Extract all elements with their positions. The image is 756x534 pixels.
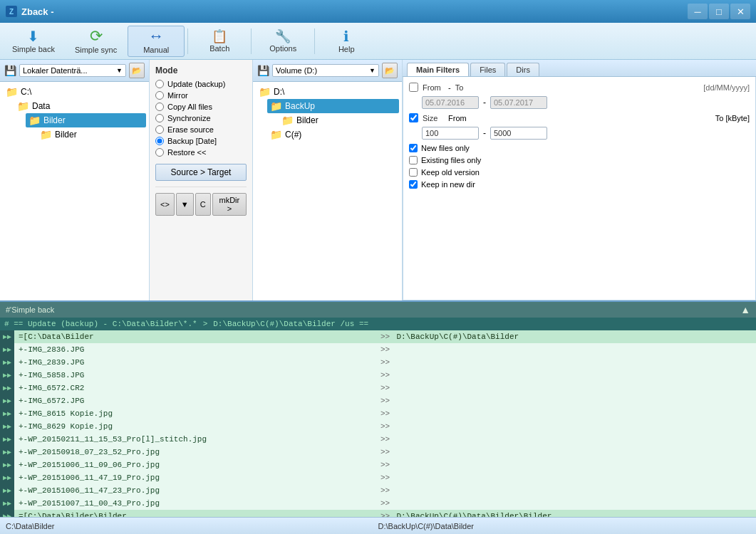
log-cell: # == Update (backup) - C:\Data\Bilder\*.… xyxy=(4,320,197,328)
c-button[interactable]: C xyxy=(195,193,211,216)
existing-files-only-input[interactable] xyxy=(409,156,418,164)
maximize-button[interactable]: □ xyxy=(709,4,729,19)
mode-mirror-label: Mirror xyxy=(167,91,188,100)
tree-item-c[interactable]: 📁 C:\ xyxy=(3,85,146,99)
log-cell-left: +-WP_20150211_11_15_53_Pro[l]_stitch.jpg xyxy=(14,435,378,444)
tree-label: Bilder xyxy=(43,115,66,125)
tree-item-bilder[interactable]: 📁 Bilder xyxy=(26,113,146,127)
simple-back-icon: ⬇ xyxy=(27,29,39,43)
mode-backup-date[interactable]: Backup [Date] xyxy=(155,137,247,145)
log-arrow-indicator: ▶▶ xyxy=(0,497,14,510)
source-drive-select[interactable]: Lokaler Datenträ... ▼ xyxy=(19,64,126,77)
log-cell-sep: >> xyxy=(378,448,393,456)
log-cell-sep: >> xyxy=(378,371,393,379)
status-left: C:\Data\Bilder xyxy=(6,522,378,530)
log-cell-left: +-IMG_8629 Kopie.jpg xyxy=(14,422,378,431)
manual-label: Manual xyxy=(143,46,169,54)
log-header: #'Simple back ▲ xyxy=(0,302,756,318)
mode-copy-all[interactable]: Copy All files xyxy=(155,103,247,111)
new-files-only-checkbox[interactable]: New files only xyxy=(409,144,750,152)
manual-button[interactable]: ↔ Manual xyxy=(128,26,185,57)
minimize-button[interactable]: ─ xyxy=(688,4,708,19)
from-to-row: From - To [dd/MM/yyyy] xyxy=(409,83,750,92)
source-browse-icon: 📂 xyxy=(132,66,142,75)
status-right: D:\BackUp\C(#)\Data\Bilder xyxy=(378,522,751,530)
log-arrow-indicator: ▶▶ xyxy=(0,382,14,394)
tab-dirs[interactable]: Dirs xyxy=(507,63,539,76)
mode-erase-source[interactable]: Erase source xyxy=(155,125,247,134)
source-browse-button[interactable]: 📂 xyxy=(129,63,145,78)
tree-label: Bilder xyxy=(55,130,77,140)
from-to-checkbox[interactable] xyxy=(409,83,418,92)
down-button[interactable]: ▼ xyxy=(176,193,194,216)
log-row: ▶▶ +-WP_20150211_11_15_53_Pro[l]_stitch.… xyxy=(0,433,756,446)
tree-item-data[interactable]: 📁 Data xyxy=(14,99,146,113)
log-row: ▶▶ +-IMG_8629 Kopie.jpg >> xyxy=(0,420,756,433)
mode-update[interactable]: Update (backup) xyxy=(155,80,247,88)
log-cell-left: +-IMG_6572.CR2 xyxy=(14,384,378,392)
log-row: ▶▶ +-WP_20151007_11_00_43_Pro.jpg >> xyxy=(0,497,756,510)
size-to-input[interactable] xyxy=(490,127,547,140)
new-files-only-input[interactable] xyxy=(409,144,418,152)
size-checkbox[interactable] xyxy=(409,113,418,122)
source-target-button[interactable]: Source > Target xyxy=(155,164,247,181)
tree-item-chash[interactable]: 📁 C(#) xyxy=(267,127,399,142)
log-content[interactable]: # == Update (backup) - C:\Data\Bilder\*.… xyxy=(0,318,756,517)
size-from-input[interactable] xyxy=(422,127,479,140)
mode-mirror-radio[interactable] xyxy=(155,91,164,100)
mode-synchronize[interactable]: Synchronize xyxy=(155,114,247,122)
tree-item-bilder-sub[interactable]: 📁 Bilder xyxy=(37,127,146,142)
mode-erase-source-radio[interactable] xyxy=(155,125,164,134)
mode-synchronize-radio[interactable] xyxy=(155,114,164,122)
simple-sync-button[interactable]: ⟳ Simple sync xyxy=(66,26,126,57)
manual-icon: ↔ xyxy=(148,28,164,44)
mode-restore-radio[interactable] xyxy=(155,148,164,157)
log-cell-left: +-WP_20151007_11_00_43_Pro.jpg xyxy=(14,499,378,508)
simple-back-button[interactable]: ⬇ Simple back xyxy=(3,26,64,57)
log-panel: #'Simple back ▲ # == Update (backup) - C… xyxy=(0,302,756,517)
log-row: ▶▶ +-IMG_2836.JPG >> xyxy=(0,343,756,356)
top-panel: 💾 Lokaler Datenträ... ▼ 📂 📁 C:\ 📁 xyxy=(0,60,756,302)
mode-update-radio[interactable] xyxy=(155,80,164,88)
keep-in-new-dir-checkbox[interactable]: Keep in new dir xyxy=(409,180,750,189)
folder-icon: 📁 xyxy=(40,129,52,140)
help-button[interactable]: ℹ Help xyxy=(318,26,375,57)
mode-restore[interactable]: Restore << xyxy=(155,148,247,157)
existing-files-only-checkbox[interactable]: Existing files only xyxy=(409,156,750,164)
mode-mirror[interactable]: Mirror xyxy=(155,91,247,100)
mode-restore-label: Restore << xyxy=(167,148,206,157)
help-icon: ℹ xyxy=(343,29,349,43)
from-label: From xyxy=(448,114,467,122)
date-from-input[interactable] xyxy=(422,96,479,109)
tree-label: C:\ xyxy=(21,87,31,97)
mkdir-button[interactable]: mkDir > xyxy=(212,193,247,216)
tree-item-bilder-target[interactable]: 📁 Bilder xyxy=(279,113,399,127)
tab-main-filters[interactable]: Main Filters xyxy=(407,63,469,76)
mode-backup-date-radio[interactable] xyxy=(155,137,164,145)
tab-files[interactable]: Files xyxy=(470,63,505,76)
keep-old-version-checkbox[interactable]: Keep old version xyxy=(409,168,750,177)
source-tree[interactable]: 📁 C:\ 📁 Data 📁 Bilder xyxy=(0,82,149,300)
log-cell-sep: >> xyxy=(378,333,393,341)
swap-button[interactable]: <> xyxy=(155,193,175,216)
mode-synchronize-label: Synchronize xyxy=(167,114,211,122)
keep-old-version-input[interactable] xyxy=(409,168,418,177)
log-cell-left: +-WP_20151006_11_47_23_Pro.jpg xyxy=(14,486,378,495)
main-area: 💾 Lokaler Datenträ... ▼ 📂 📁 C:\ 📁 xyxy=(0,60,756,517)
batch-button[interactable]: 📋 Batch xyxy=(191,26,248,57)
tree-item-backup[interactable]: 📁 BackUp xyxy=(267,99,399,113)
filters-panel: Main Filters Files Dirs From - To [dd/MM… xyxy=(403,60,756,300)
target-drive-icon: 💾 xyxy=(257,65,269,76)
options-button[interactable]: 🔧 Options xyxy=(254,26,311,57)
target-browse-button[interactable]: 📂 xyxy=(382,63,398,78)
target-drive-select[interactable]: Volume (D:) ▼ xyxy=(272,64,379,77)
tree-item-d[interactable]: 📁 D:\ xyxy=(256,85,399,99)
toolbar-separator-2 xyxy=(251,28,252,54)
tree-label: C(#) xyxy=(285,130,301,140)
log-cell-sep: >> xyxy=(378,397,393,405)
keep-in-new-dir-input[interactable] xyxy=(409,180,418,189)
target-tree[interactable]: 📁 D:\ 📁 BackUp 📁 Bilder xyxy=(253,82,402,300)
date-to-input[interactable] xyxy=(490,96,547,109)
mode-copy-all-radio[interactable] xyxy=(155,103,164,111)
close-button[interactable]: ✕ xyxy=(730,4,750,19)
